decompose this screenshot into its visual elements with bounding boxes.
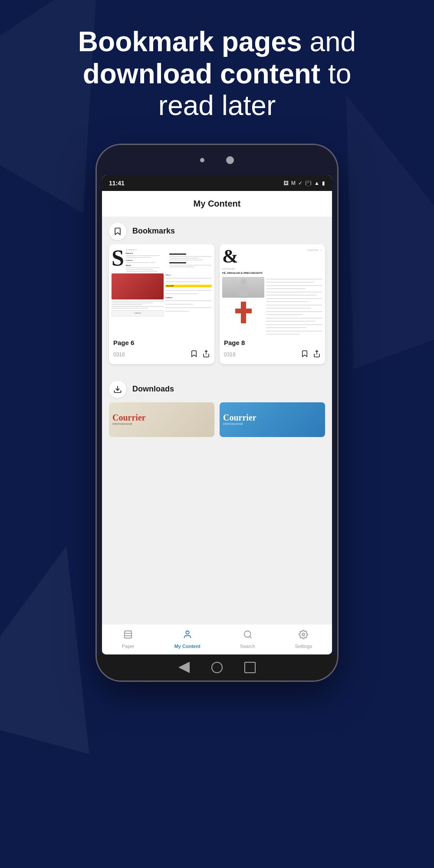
page6-issue: 0318	[113, 352, 125, 358]
downloads-section: Downloads Courrier internacional Courrie…	[102, 375, 332, 437]
courrier-logo-2: Courrier	[223, 413, 322, 422]
hero-regular-2: to	[320, 58, 351, 89]
nav-item-settings[interactable]: Settings	[289, 628, 317, 651]
phone-body: 11:41 🖼 M ✓ 📳 ▲ ▮ My Content	[95, 144, 339, 682]
phone-screen: 11:41 🖼 M ✓ 📳 ▲ ▮ My Content	[102, 175, 332, 654]
page6-s-letter: S	[112, 247, 124, 270]
hero-section: Bookmark pages and download content to r…	[0, 0, 434, 139]
phone-nav-bar	[97, 654, 337, 681]
bookmarks-grid: S SUMÁRIO Editorial	[102, 244, 332, 371]
nav-item-search[interactable]: Search	[235, 628, 260, 651]
courrier-sub-1: internacional	[112, 422, 211, 426]
page6-share-icon[interactable]	[202, 350, 210, 360]
speaker-dot	[200, 158, 204, 162]
gmail-icon: M	[291, 180, 296, 186]
svg-point-4	[244, 631, 250, 638]
page6-bookmark-icon[interactable]	[190, 350, 198, 360]
page8-preview: & Courrier — EDITORIAL FÉ, ORGULHO E PRE…	[220, 244, 325, 335]
nav-search-label: Search	[240, 644, 255, 649]
page8-footer: Page 8	[220, 335, 325, 350]
app-topbar: My Content	[102, 191, 332, 217]
downloads-icon	[109, 381, 126, 398]
bookmarks-icon	[109, 223, 126, 240]
hero-regular-1: and	[302, 26, 356, 57]
nav-item-paper[interactable]: Paper	[117, 628, 140, 651]
page8-actions[interactable]	[301, 350, 321, 360]
page8-bookmark-icon[interactable]	[301, 350, 309, 360]
bottom-nav: Paper My Content	[102, 624, 332, 654]
settings-icon	[299, 630, 308, 642]
nav-paper-label: Paper	[122, 644, 135, 649]
bookmarks-section-header: Bookmarks	[102, 217, 332, 244]
camera-dot	[226, 156, 234, 164]
paper-icon	[123, 630, 133, 642]
page6-actions[interactable]	[190, 350, 210, 360]
status-time: 11:41	[109, 180, 125, 187]
volume-up-button[interactable]	[95, 223, 97, 245]
home-button[interactable]	[211, 662, 223, 673]
check-icon: ✓	[298, 180, 302, 186]
download-cover-2[interactable]: Courrier internacional	[220, 402, 325, 437]
downloads-section-header: Downloads	[102, 375, 332, 402]
hero-line3: read later	[158, 90, 276, 121]
status-bar: 11:41 🖼 M ✓ 📳 ▲ ▮	[102, 175, 332, 191]
page6-preview: S SUMÁRIO Editorial	[109, 244, 214, 335]
page6-footer: Page 6	[109, 335, 214, 350]
svg-point-5	[302, 634, 305, 636]
courrier-sub-2: internacional	[223, 422, 322, 426]
downloads-label: Downloads	[132, 385, 174, 394]
page6-label: Page 6	[113, 339, 134, 346]
screen-title: My Content	[111, 199, 323, 209]
bookmark-card-page8[interactable]: & Courrier — EDITORIAL FÉ, ORGULHO E PRE…	[220, 244, 325, 364]
phone-mockup: 11:41 🖼 M ✓ 📳 ▲ ▮ My Content	[0, 144, 434, 682]
search-icon	[243, 630, 253, 642]
status-icons: 🖼 M ✓ 📳 ▲ ▮	[283, 180, 325, 186]
page8-label: Page 8	[224, 339, 245, 346]
wifi-icon: ▲	[314, 180, 319, 186]
app-content: My Content Bookmarks	[102, 191, 332, 654]
download-cover-1[interactable]: Courrier internacional	[109, 402, 214, 437]
photo-icon: 🖼	[283, 180, 289, 186]
page6-meta: 0318	[109, 350, 214, 364]
hero-bold-1: Bookmark pages	[78, 26, 302, 57]
page8-share-icon[interactable]	[313, 350, 321, 360]
mycontent-icon	[183, 630, 192, 642]
phone-top-bar	[97, 145, 337, 175]
page8-issue: 0318	[224, 352, 236, 358]
nav-settings-label: Settings	[295, 644, 312, 649]
volume-down-button[interactable]	[95, 253, 97, 275]
nav-mycontent-label: My Content	[174, 644, 201, 649]
nav-item-mycontent[interactable]: My Content	[169, 628, 206, 651]
downloads-preview: Courrier internacional Courrier internac…	[102, 402, 332, 437]
battery-icon: ▮	[322, 180, 325, 186]
svg-rect-0	[125, 631, 132, 638]
back-button[interactable]	[178, 662, 190, 673]
hero-bold-2: download content	[83, 58, 321, 89]
courrier-logo-1: Courrier	[112, 413, 211, 422]
bookmark-card-page6[interactable]: S SUMÁRIO Editorial	[109, 244, 214, 364]
vibrate-icon: 📳	[305, 180, 312, 186]
page8-meta: 0318	[220, 350, 325, 364]
recent-button[interactable]	[244, 662, 256, 673]
power-button[interactable]	[337, 240, 339, 275]
bookmarks-label: Bookmarks	[132, 227, 175, 236]
